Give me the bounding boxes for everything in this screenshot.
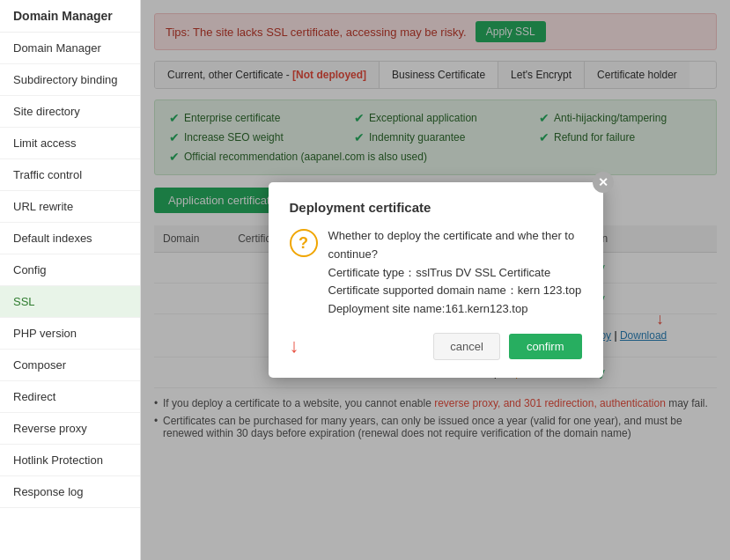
sidebar-item-hotlink-protection[interactable]: Hotlink Protection — [0, 445, 140, 476]
modal-footer: ↓ cancel confirm — [290, 333, 582, 360]
sidebar-item-reverse-proxy[interactable]: Reverse proxy — [0, 413, 140, 445]
modal-question: Whether to deploy the certificate and wh… — [328, 229, 575, 261]
sidebar-item-traffic-control[interactable]: Traffic control — [0, 159, 140, 191]
modal-close-button[interactable]: ✕ — [593, 172, 614, 193]
modal-arrow-icon: ↓ — [290, 335, 299, 357]
sidebar-item-response-log[interactable]: Response log — [0, 476, 140, 508]
modal-site-value: 161.kern123.top — [445, 302, 527, 315]
modal-cert-type-label: Certificate type： — [328, 266, 417, 279]
deployment-modal: ✕ Deployment certificate ? Whether to de… — [269, 182, 603, 378]
sidebar-item-ssl[interactable]: SSL — [0, 286, 140, 318]
modal-site-label: Deployment site name: — [328, 302, 446, 315]
sidebar-item-default-indexes[interactable]: Default indexes — [0, 223, 140, 254]
modal-domain-label: Certificate supported domain name： — [328, 284, 518, 297]
cancel-button[interactable]: cancel — [433, 333, 500, 360]
modal-title: Deployment certificate — [290, 200, 582, 215]
modal-body: ? Whether to deploy the certificate and … — [290, 227, 582, 319]
sidebar-item-subdirectory-binding[interactable]: Subdirectory binding — [0, 64, 140, 96]
sidebar-item-site-directory[interactable]: Site directory — [0, 96, 140, 128]
sidebar-item-domain-manager[interactable]: Domain Manager — [0, 33, 140, 64]
modal-text: Whether to deploy the certificate and wh… — [328, 227, 582, 319]
sidebar: Domain Manager Domain ManagerSubdirector… — [0, 0, 141, 560]
sidebar-item-redirect[interactable]: Redirect — [0, 381, 140, 413]
sidebar-item-composer[interactable]: Composer — [0, 350, 140, 381]
modal-overlay: ✕ Deployment certificate ? Whether to de… — [141, 0, 730, 560]
confirm-button[interactable]: confirm — [509, 334, 582, 359]
modal-domain-value: kern 123.top — [518, 284, 581, 297]
sidebar-item-php-version[interactable]: PHP version — [0, 318, 140, 350]
modal-cert-type-value: sslTrus DV SSL Certificate — [416, 266, 550, 279]
sidebar-item-url-rewrite[interactable]: URL rewrite — [0, 191, 140, 223]
sidebar-item-config[interactable]: Config — [0, 254, 140, 286]
sidebar-item-limit-access[interactable]: Limit access — [0, 128, 140, 159]
sidebar-title: Domain Manager — [0, 0, 140, 33]
main-content: Tips: The site lacks SSL certificate, ac… — [141, 0, 730, 560]
modal-warning-icon: ? — [290, 229, 318, 257]
